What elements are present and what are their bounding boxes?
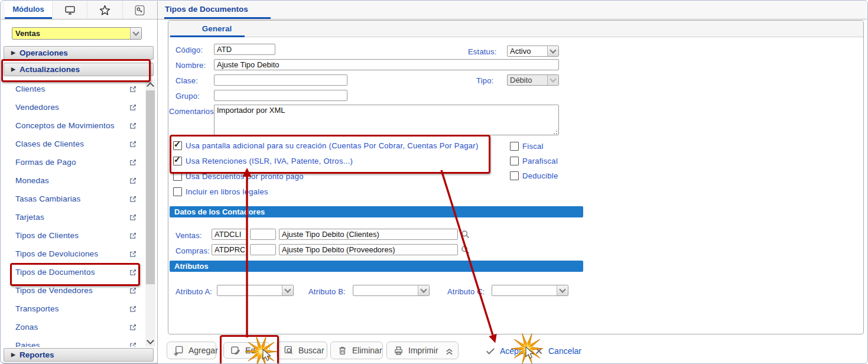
button-label: Eliminar [352, 346, 382, 355]
tab-favorites[interactable] [87, 1, 122, 19]
external-link-icon[interactable] [129, 103, 137, 112]
external-link-icon[interactable] [129, 232, 137, 240]
clase-input[interactable] [214, 74, 347, 86]
accordion-operaciones[interactable]: Operaciones [4, 46, 154, 60]
sidebar-item-tipos-de-devoluciones[interactable]: Tipos de Devoluciones [2, 245, 144, 263]
compras-desc-input[interactable] [279, 244, 458, 255]
chevron-down-icon[interactable] [547, 46, 558, 56]
compras-extra-input[interactable] [250, 244, 276, 255]
search-lookup-icon[interactable] [460, 245, 471, 255]
external-link-icon[interactable] [129, 305, 137, 313]
aceptar-button[interactable]: Aceptar [485, 345, 528, 357]
external-link-icon[interactable] [129, 268, 137, 277]
key-icon [134, 4, 146, 17]
ventas-extra-input[interactable] [250, 229, 276, 240]
checkbox[interactable] [510, 157, 519, 165]
agregar-button[interactable]: Agregar [167, 342, 216, 359]
imprimir-button[interactable]: Imprimir [386, 342, 459, 359]
nombre-label: Nombre: [175, 61, 206, 70]
star-icon [99, 4, 111, 17]
external-link-icon[interactable] [129, 323, 137, 332]
sidebar-item-vendedores[interactable]: Vendedores [2, 98, 144, 116]
external-link-icon[interactable] [129, 177, 137, 185]
atributo-b-select[interactable] [353, 285, 430, 296]
codigo-input[interactable] [214, 44, 275, 55]
ventas-desc-input[interactable] [279, 229, 458, 240]
checkbox[interactable] [173, 141, 182, 150]
sidebar-item-tasas-cambiarias[interactable]: Tasas Cambiarias [2, 190, 144, 208]
external-link-icon[interactable] [129, 213, 137, 222]
scroll-up-icon[interactable] [147, 82, 154, 90]
sidebar-scrollbar[interactable] [145, 80, 155, 347]
sidebar-item-tipos-de-clientes[interactable]: Tipos de Clientes [2, 226, 144, 245]
checkbox[interactable] [173, 172, 182, 181]
sidebar-item-monedas[interactable]: Monedas [2, 171, 144, 190]
external-link-icon[interactable] [129, 122, 137, 130]
checkbox-row-parafiscal[interactable]: Parafiscal [510, 157, 558, 165]
sidebar-item-tipos-de-documentos[interactable]: Tipos de Documentos [2, 263, 144, 281]
atributo-a-select[interactable] [217, 285, 294, 296]
printer-icon [393, 345, 404, 356]
chevron-down-icon[interactable] [557, 285, 568, 295]
collapse-toolbar-icon[interactable] [444, 345, 455, 356]
eliminar-button[interactable]: Eliminar [330, 342, 383, 359]
accordion-actualizaciones[interactable]: Actualizaciones [4, 63, 154, 76]
chevron-down-icon[interactable] [418, 285, 429, 295]
sidebar-item-clientes[interactable]: Clientes [2, 80, 144, 98]
checkbox-row-libros-legales[interactable]: Incluir en libros legales [173, 187, 268, 196]
external-link-icon[interactable] [129, 85, 137, 93]
checkbox[interactable] [510, 142, 519, 151]
atributo-c-select[interactable] [492, 285, 568, 296]
application-window: Módulos Ventas Operaciones Actualizacion… [0, 0, 868, 364]
sidebar-item-transportes[interactable]: Transportes [2, 300, 144, 318]
buscar-button[interactable]: Buscar [277, 342, 327, 359]
sidebar-item-formas-de-pago[interactable]: Formas de Pago [2, 153, 144, 171]
checkbox-row-descuentos[interactable]: Usa Descuentos por pronto pago [173, 172, 304, 181]
checkbox-row-retenciones[interactable]: Usa Retenciones (ISLR, IVA, Patente, Otr… [173, 157, 353, 165]
comentarios-textarea[interactable]: Importador por XML [214, 105, 559, 135]
checkbox[interactable] [173, 187, 182, 196]
external-link-icon[interactable] [129, 140, 137, 148]
resize-handle[interactable] [552, 129, 557, 134]
tab-monitor[interactable] [52, 1, 87, 19]
compras-code-input[interactable] [212, 244, 248, 255]
sidebar-item-paises[interactable]: Paises [2, 336, 144, 347]
tab-tipos-de-documentos[interactable]: Tipos de Documentos [165, 5, 248, 14]
ventas-code-input[interactable] [212, 229, 248, 240]
tipo-select: Débito [507, 74, 559, 86]
checkbox[interactable] [510, 171, 519, 180]
checkbox-row-fiscal[interactable]: Fiscal [510, 142, 544, 151]
external-link-icon[interactable] [129, 287, 137, 295]
chevron-down-icon[interactable] [130, 28, 141, 39]
external-link-icon[interactable] [129, 195, 137, 203]
button-label: Editar [245, 346, 267, 355]
external-link-icon[interactable] [129, 158, 137, 167]
checkbox-row-deducible[interactable]: Deducible [510, 171, 558, 180]
editar-button[interactable]: Editar [223, 342, 270, 359]
sidebar-item-tarjetas[interactable]: Tarjetas [2, 208, 144, 226]
sidebar-item-zonas[interactable]: Zonas [2, 318, 144, 336]
checkbox[interactable] [173, 157, 182, 165]
tab-tools[interactable] [122, 1, 157, 19]
external-link-icon[interactable] [129, 342, 137, 347]
module-select[interactable]: Ventas [12, 27, 142, 40]
sidebar-item-conceptos-de-movimientos[interactable]: Conceptos de Movimientos [2, 116, 144, 135]
sidebar-item-tipos-de-vendedores[interactable]: Tipos de Vendedores [2, 281, 144, 300]
accordion-label: Actualizaciones [19, 65, 80, 74]
search-lookup-icon[interactable] [460, 229, 471, 240]
scroll-down-icon[interactable] [147, 337, 154, 344]
external-link-icon[interactable] [129, 250, 137, 258]
sidebar-item-clases-de-clientes[interactable]: Clases de Clientes [2, 135, 144, 153]
grupo-input[interactable] [214, 90, 347, 101]
search-icon [283, 345, 294, 356]
codigo-label: Código: [175, 46, 203, 54]
chevron-down-icon[interactable] [282, 285, 293, 295]
scrollbar-thumb[interactable] [146, 90, 155, 284]
tab-general[interactable]: General [188, 24, 245, 33]
cancelar-button[interactable]: Cancelar [534, 345, 581, 357]
estatus-select[interactable]: Activo [507, 46, 559, 57]
nombre-input[interactable] [214, 59, 559, 70]
tab-modulos[interactable]: Módulos [5, 1, 52, 19]
checkbox-row-pantalla-adicional[interactable]: Usa pantalla adicional para su creación … [173, 141, 479, 150]
accordion-reportes[interactable]: Reportes [4, 348, 154, 362]
